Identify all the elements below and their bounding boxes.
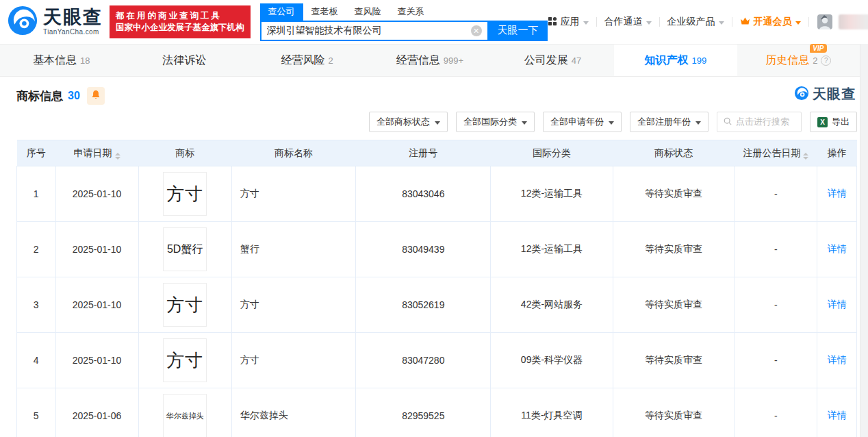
divider [596, 17, 597, 27]
filter-intl-class[interactable]: 全部国际分类 [456, 112, 535, 132]
trademark-name: 方寸 [231, 333, 356, 388]
table-row: 4 2025-01-10 方寸 方寸 83047280 09类-科学仪器 等待实… [17, 333, 857, 388]
table-search-placeholder: 点击进行搜索 [736, 116, 789, 128]
search-input-wrap: ✕ [260, 21, 489, 41]
company-section-tabs: 基本信息 18 法律诉讼 经营风险 2 经营信息 999+ 公司发展 47 知识… [0, 44, 868, 77]
tab-label: 历史信息 [765, 53, 809, 68]
bell-icon [91, 90, 101, 103]
trademark-image[interactable]: 5D蟹行 [163, 227, 207, 271]
promo-line-2: 国家中小企业发展子基金旗下机构 [116, 22, 244, 34]
apply-date: 2025-01-06 [55, 388, 138, 437]
table-row: 3 2025-01-10 方寸 方寸 83052619 42类-网站服务 等待实… [17, 277, 857, 333]
trademark-image[interactable]: 华尔兹掉头 [163, 394, 207, 437]
divider [659, 17, 660, 27]
sort-icon[interactable] [115, 153, 120, 160]
trademark-image[interactable]: 方寸 [163, 283, 207, 327]
search-icon [724, 117, 732, 127]
help-icon[interactable]: ? [821, 55, 831, 66]
nav-apps[interactable]: 应用 [548, 16, 589, 28]
search-tab-boss[interactable]: 查老板 [303, 3, 346, 21]
search-input[interactable] [261, 25, 471, 36]
announce-date: - [735, 222, 817, 277]
trademark-status: 等待实质审查 [613, 333, 735, 388]
divider [808, 17, 809, 27]
announce-date: - [735, 166, 817, 222]
excel-icon: X [817, 117, 828, 127]
detail-link[interactable]: 详情 [828, 188, 847, 199]
tab-count: 47 [572, 55, 581, 66]
detail-link[interactable]: 详情 [828, 354, 847, 365]
trademark-image[interactable]: 方寸 [163, 172, 207, 216]
tab-basic-info[interactable]: 基本信息 18 [0, 45, 123, 76]
sort-icon[interactable] [803, 153, 808, 160]
tab-business-risk[interactable]: 经营风险 2 [246, 45, 368, 76]
col-apply-date[interactable]: 申请日期 [55, 140, 138, 166]
avatar [817, 12, 834, 32]
filter-register-year[interactable]: 全部注册年份 [630, 112, 709, 132]
nav-open-vip[interactable]: 开通会员 [740, 16, 801, 28]
row-index: 3 [17, 277, 56, 333]
divider [732, 17, 732, 27]
search-tab-company[interactable]: 查公司 [260, 3, 303, 21]
nav-enterprise[interactable]: 企业级产品 [667, 16, 724, 28]
detail-link[interactable]: 详情 [828, 299, 847, 310]
scrollbar[interactable] [860, 44, 868, 437]
user-account[interactable] [817, 12, 868, 32]
tab-count: 199 [691, 55, 706, 66]
chevron-down-icon [583, 21, 589, 25]
trademark-status: 等待实质审查 [613, 222, 735, 277]
col-action: 操作 [817, 140, 857, 166]
nav-partnership[interactable]: 合作通道 [604, 16, 652, 28]
col-trademark: 商标 [138, 140, 231, 166]
clear-input-icon[interactable]: ✕ [471, 25, 482, 36]
export-button[interactable]: X 导出 [810, 112, 857, 132]
nav-partnership-label: 合作通道 [604, 16, 643, 28]
filter-label: 全部注册年份 [637, 116, 691, 128]
search-button[interactable]: 天眼一下 [489, 21, 548, 41]
trademark-name: 方寸 [231, 277, 356, 333]
tab-label: 经营信息 [396, 53, 440, 68]
table-row: 1 2025-01-10 方寸 方寸 83043046 12类-运输工具 等待实… [17, 166, 857, 222]
col-status: 商标状态 [613, 140, 735, 166]
registration-no: 83052619 [356, 277, 491, 333]
logo-domain: TianYanCha.com [43, 29, 103, 36]
tianyancha-logo[interactable]: 天眼查 TianYanCha.com [7, 5, 103, 39]
trademark-name: 方寸 [231, 166, 356, 222]
tab-intellectual-property[interactable]: 知识产权 199 [614, 45, 737, 76]
trademark-image[interactable]: 方寸 [163, 338, 207, 382]
detail-link[interactable]: 详情 [828, 243, 847, 254]
export-label: 导出 [832, 116, 850, 128]
col-index: 序号 [17, 140, 56, 166]
tab-label: 公司发展 [524, 53, 568, 68]
filter-toolbar: 全部商标状态 全部国际分类 全部申请年份 全部注册年份 点击进行搜索 X [16, 112, 857, 132]
intl-class: 11类-灯具空调 [491, 388, 613, 437]
search-tab-risk[interactable]: 查风险 [346, 3, 390, 21]
user-name-redacted [839, 14, 868, 29]
tab-company-development[interactable]: 公司发展 47 [492, 45, 614, 76]
monitor-bell-button[interactable] [87, 87, 105, 105]
filter-apply-year[interactable]: 全部申请年份 [543, 112, 622, 132]
intl-class: 09类-科学仪器 [491, 333, 613, 388]
intl-class: 42类-网站服务 [491, 277, 613, 333]
registration-no: 82959525 [356, 388, 491, 437]
table-search-box[interactable]: 点击进行搜索 [717, 112, 802, 132]
tab-legal-proceedings[interactable]: 法律诉讼 [123, 45, 245, 76]
search-tab-relation[interactable]: 查关系 [390, 3, 433, 21]
trademark-status: 等待实质审查 [613, 388, 735, 437]
detail-link[interactable]: 详情 [828, 410, 847, 421]
logo-text: 天眼查 [43, 8, 103, 27]
tab-business-info[interactable]: 经营信息 999+ [368, 45, 491, 76]
chevron-down-icon [719, 21, 724, 25]
top-header: 天眼查 TianYanCha.com 都在用的商业查询工具 国家中小企业发展子基… [0, 0, 868, 44]
announce-date: - [735, 333, 817, 388]
row-index: 4 [17, 333, 56, 388]
chevron-down-icon [646, 21, 652, 25]
row-index: 1 [17, 166, 56, 222]
tab-history-info[interactable]: VIP 历史信息 2 ? [737, 45, 860, 76]
registration-no: 83049439 [356, 222, 491, 277]
tianyancha-logo-icon [7, 5, 38, 39]
col-announce-date[interactable]: 注册公告日期 [735, 140, 817, 166]
promo-line-1: 都在用的商业查询工具 [116, 10, 244, 22]
chevron-down-icon [795, 21, 801, 25]
filter-trademark-status[interactable]: 全部商标状态 [369, 112, 448, 132]
